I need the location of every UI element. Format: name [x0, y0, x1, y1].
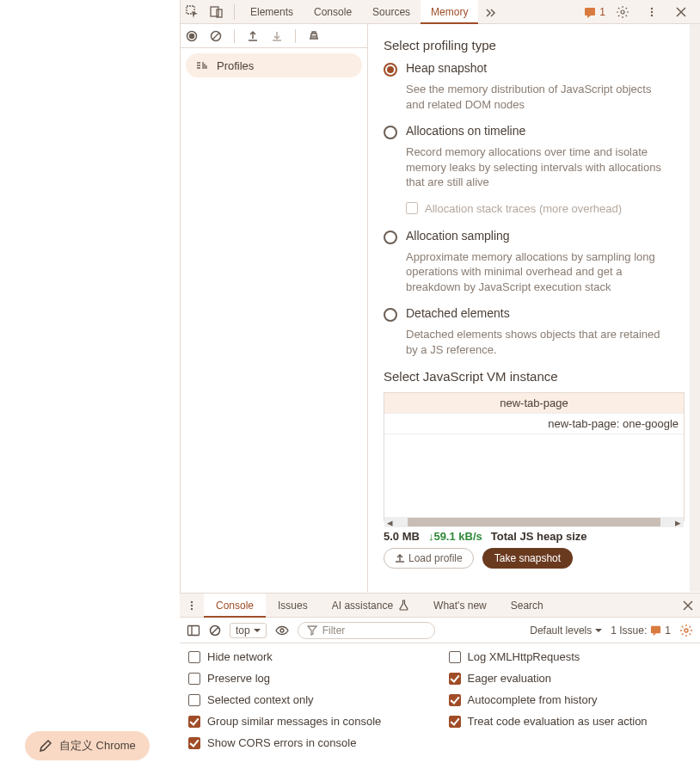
chevron-down-icon	[595, 627, 602, 634]
svg-point-4	[621, 10, 624, 14]
customize-chrome-pill[interactable]: 自定义 Chrome	[25, 731, 150, 760]
heap-size: 5.0 MB	[384, 530, 420, 543]
levels-selector[interactable]: Default levels	[530, 624, 602, 637]
vertical-scrollbar[interactable]	[690, 24, 700, 592]
setting-group-similar[interactable]: Group similar messages in console	[188, 715, 432, 728]
setting-eager-eval[interactable]: Eager evaluation	[449, 672, 692, 685]
pencil-icon	[39, 739, 52, 753]
profiles-label: Profiles	[217, 59, 254, 72]
svg-point-9	[190, 34, 194, 38]
settings-gear-icon[interactable]	[611, 0, 635, 24]
console-settings-gear-icon[interactable]	[679, 624, 693, 637]
svg-point-7	[651, 14, 653, 15]
memory-sidebar: Profiles	[181, 24, 368, 592]
record-icon[interactable]	[186, 30, 198, 42]
gc-icon[interactable]	[308, 30, 320, 42]
console-drawer: Console Issues AI assistance What's new …	[180, 593, 700, 769]
setting-preserve-log[interactable]: Preserve log	[188, 672, 432, 685]
context-selector[interactable]: top	[230, 623, 267, 638]
setting-selected-context[interactable]: Selected context only	[188, 693, 432, 706]
memory-panel: Select profiling type Heap snapshot See …	[368, 24, 700, 592]
take-snapshot-button[interactable]: Take snapshot	[482, 548, 573, 569]
radio-icon[interactable]	[384, 308, 397, 322]
svg-rect-3	[585, 8, 595, 15]
close-icon[interactable]	[669, 0, 693, 24]
horizontal-scrollbar[interactable]: ◂▸	[384, 517, 684, 527]
issues-badge[interactable]: 1	[584, 6, 605, 18]
drawer-tab-whatsnew[interactable]: What's new	[421, 594, 499, 618]
tab-elements[interactable]: Elements	[240, 0, 304, 24]
svg-point-18	[685, 629, 688, 632]
svg-point-16	[280, 629, 284, 632]
svg-rect-14	[188, 625, 200, 635]
vm-row[interactable]: new-tab-page	[384, 393, 684, 414]
vm-instance-list[interactable]: new-tab-page new-tab-page: one-google ◂▸	[384, 392, 685, 521]
issues-count: 1	[599, 6, 605, 18]
option-heap-snapshot[interactable]: Heap snapshot	[384, 61, 685, 77]
vm-instance-title: Select JavaScript VM instance	[384, 369, 685, 384]
option-allocations-timeline[interactable]: Allocations on timeline	[384, 124, 685, 139]
drawer-tab-issues[interactable]: Issues	[266, 594, 320, 618]
clear-icon[interactable]	[210, 30, 222, 42]
allocation-stack-traces-checkbox[interactable]: Allocation stack traces (more overhead)	[406, 202, 685, 215]
svg-point-13	[191, 607, 193, 609]
filter-input[interactable]: Filter	[298, 622, 435, 639]
drawer-close-icon[interactable]	[676, 594, 700, 618]
sidebar-item-profiles[interactable]: Profiles	[186, 53, 362, 77]
drawer-tab-ai[interactable]: AI assistance	[320, 594, 421, 618]
inspect-icon[interactable]	[181, 0, 205, 24]
tab-console[interactable]: Console	[304, 0, 362, 24]
console-settings: Hide network Log XMLHttpRequests Preserv…	[180, 643, 700, 756]
drawer-tab-console[interactable]: Console	[204, 594, 266, 618]
tab-sources[interactable]: Sources	[362, 0, 421, 24]
download-icon[interactable]	[271, 30, 283, 42]
setting-hide-network[interactable]: Hide network	[188, 650, 432, 663]
svg-point-12	[191, 604, 193, 606]
heap-label: Total JS heap size	[491, 530, 587, 543]
drawer-tab-search[interactable]: Search	[499, 594, 556, 618]
svg-point-6	[651, 10, 653, 12]
svg-rect-17	[651, 626, 660, 633]
load-profile-button[interactable]: Load profile	[384, 548, 474, 569]
option-detached-elements[interactable]: Detached elements	[384, 306, 685, 322]
chevron-down-icon	[254, 627, 261, 634]
option-allocation-sampling[interactable]: Allocation sampling	[384, 229, 685, 244]
radio-icon[interactable]	[384, 231, 397, 244]
devtools-top-tabs: Elements Console Sources Memory 1	[181, 0, 700, 24]
funnel-icon	[307, 625, 317, 636]
device-icon[interactable]	[205, 0, 229, 24]
issues-link[interactable]: 1 Issue: 1	[611, 624, 671, 637]
kebab-menu-icon[interactable]	[640, 0, 664, 24]
drawer-kebab-icon[interactable]	[180, 594, 204, 618]
radio-icon[interactable]	[384, 63, 397, 77]
setting-treat-code[interactable]: Treat code evaluation as user action	[449, 715, 692, 728]
clear-console-icon[interactable]	[209, 624, 221, 637]
flask-icon	[398, 600, 409, 611]
profiling-type-title: Select profiling type	[384, 38, 685, 52]
setting-show-cors[interactable]: Show CORS errors in console	[188, 736, 432, 749]
svg-point-11	[191, 600, 193, 602]
radio-icon[interactable]	[384, 126, 397, 139]
tab-memory[interactable]: Memory	[421, 0, 478, 24]
heap-rate: ↓59.1 kB/s	[428, 530, 482, 543]
svg-point-5	[651, 7, 653, 9]
vm-row[interactable]: new-tab-page: one-google	[384, 414, 684, 434]
more-tabs-icon[interactable]	[478, 0, 502, 24]
setting-log-xhr[interactable]: Log XMLHttpRequests	[449, 650, 692, 663]
setting-autocomplete[interactable]: Autocomplete from history	[449, 693, 692, 706]
sidebar-toggle-icon[interactable]	[187, 624, 200, 637]
upload-icon[interactable]	[247, 30, 259, 42]
issue-icon	[650, 624, 661, 636]
eye-icon[interactable]	[275, 624, 289, 637]
